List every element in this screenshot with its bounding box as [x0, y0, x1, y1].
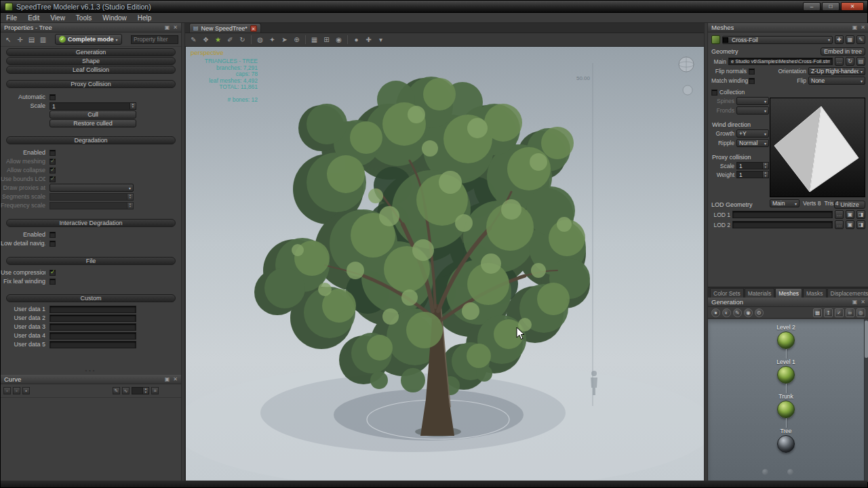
mesh-options-button[interactable]: ▤: [856, 57, 865, 66]
section-interactive-degradation[interactable]: Interactive Degradation: [6, 219, 176, 227]
focus-node-icon[interactable]: ◉: [744, 308, 753, 317]
mesh-scale-spinbox[interactable]: 1: [736, 162, 769, 169]
lod1-copy-button[interactable]: ▣: [846, 210, 854, 219]
brush-icon[interactable]: ✎: [189, 35, 199, 45]
curve-point-icon[interactable]: ▫: [3, 387, 11, 394]
section-proxy-collision[interactable]: Proxy Collision: [6, 80, 176, 88]
3d-viewport[interactable]: 50.00: [185, 47, 704, 482]
transform-tool-icon[interactable]: ✛: [15, 35, 25, 45]
minimize-button[interactable]: –: [803, 2, 821, 11]
flip-dropdown[interactable]: None: [808, 77, 865, 85]
close-button[interactable]: ✕: [841, 2, 864, 11]
tab-color-sets[interactable]: Color Sets: [710, 288, 744, 298]
orientation-dropdown[interactable]: Z-Up Right-handed: [808, 67, 865, 75]
rename-mesh-button[interactable]: ✎: [856, 35, 865, 44]
half-sphere-icon[interactable]: ◐: [722, 308, 731, 317]
dropdown-caret-icon[interactable]: ▾: [376, 35, 386, 45]
user-data-1-input[interactable]: [50, 306, 136, 313]
list-tool-icon[interactable]: ▥: [38, 35, 48, 45]
add-mesh-button[interactable]: ✚: [835, 35, 844, 44]
export-up-icon[interactable]: ↥: [824, 308, 833, 317]
section-file[interactable]: File: [6, 257, 176, 265]
lod2-copy-button[interactable]: ▣: [846, 220, 854, 229]
section-custom[interactable]: Custom: [6, 294, 176, 302]
interactive-enabled-checkbox[interactable]: [50, 232, 56, 238]
generator-star-icon[interactable]: ★: [213, 35, 223, 45]
curve-collapse-icon[interactable]: ▣: [165, 375, 170, 384]
ripple-dropdown[interactable]: Normal: [736, 139, 769, 147]
fan-icon[interactable]: ✦: [267, 35, 277, 45]
document-tab[interactable]: ▤ New SpeedTree* ✕: [189, 23, 261, 33]
curve-edit-icon[interactable]: ✎: [113, 387, 120, 394]
edit-node-icon[interactable]: ✎: [733, 308, 742, 317]
tab-materials[interactable]: Materials: [745, 288, 774, 298]
shaded-sphere-icon[interactable]: ●: [351, 35, 361, 45]
mesh-preview[interactable]: [770, 98, 865, 197]
select-tool-icon[interactable]: ↖: [3, 35, 14, 45]
generation-node-graph[interactable]: Level 2 Level 1 Trunk Tree: [708, 319, 868, 482]
growth-dropdown[interactable]: +Y: [736, 129, 769, 138]
mesh-library-button[interactable]: ▦: [846, 35, 854, 44]
tab-masks[interactable]: Masks: [803, 288, 827, 298]
lod1-clear-button[interactable]: ◨: [856, 210, 865, 219]
user-data-5-input[interactable]: [50, 341, 136, 348]
tiles-icon[interactable]: ⊞: [321, 35, 332, 45]
tab-displacements[interactable]: Displacements: [827, 288, 868, 298]
menu-tools[interactable]: Tools: [71, 13, 97, 22]
menu-window[interactable]: Window: [97, 13, 132, 22]
browse-button[interactable]: …: [835, 57, 844, 66]
grid-view-icon[interactable]: ▦: [813, 308, 822, 317]
meshes-close-icon[interactable]: ✕: [861, 23, 865, 33]
menu-help[interactable]: Help: [132, 13, 157, 22]
link-icon[interactable]: ∞: [846, 308, 854, 317]
mesh-weight-spinbox[interactable]: 1: [736, 171, 769, 178]
node-edit-icon[interactable]: ❖: [201, 35, 211, 45]
low-detail-checkbox[interactable]: [50, 241, 56, 247]
use-compression-checkbox[interactable]: [50, 270, 56, 276]
curve-close-icon[interactable]: ✕: [173, 375, 178, 384]
spin-arrows-icon[interactable]: [130, 103, 136, 109]
collection-checkbox[interactable]: [711, 89, 717, 96]
section-degradation[interactable]: Degradation: [6, 136, 176, 144]
section-leaf-collision[interactable]: Leaf Collision: [6, 66, 176, 74]
lod2-browse-button[interactable]: …: [835, 220, 844, 229]
panel-collapse-icon[interactable]: ▣: [165, 23, 170, 33]
reload-mesh-button[interactable]: ↻: [846, 57, 854, 66]
cull-button[interactable]: Cull: [50, 110, 136, 119]
menu-file[interactable]: File: [1, 13, 22, 22]
property-filter-input[interactable]: [131, 35, 178, 44]
match-winding-checkbox[interactable]: [749, 78, 755, 84]
mesh-select-dropdown[interactable]: Cross-Foil: [722, 36, 833, 44]
user-data-3-input[interactable]: [50, 323, 136, 331]
validate-icon[interactable]: ✓: [835, 308, 844, 317]
flip-normals-checkbox[interactable]: [749, 68, 755, 75]
preview-view-dropdown[interactable]: Main: [770, 199, 800, 207]
generation-collapse-icon[interactable]: ▣: [852, 298, 858, 307]
section-generation[interactable]: Generation: [6, 48, 176, 56]
curve-value-spinbox[interactable]: [132, 387, 149, 394]
lod2-clear-button[interactable]: ◨: [856, 220, 865, 229]
meshes-collapse-icon[interactable]: ▣: [852, 23, 858, 33]
scrollbar-thumb[interactable]: [865, 321, 868, 358]
main-path-input[interactable]: [728, 58, 833, 65]
fix-leaf-winding-checkbox[interactable]: [50, 279, 56, 285]
generation-close-icon[interactable]: ✕: [861, 298, 865, 307]
lod1-input[interactable]: [732, 211, 833, 218]
target-icon[interactable]: ⊕: [292, 35, 302, 45]
select-node-icon[interactable]: ⊙: [755, 308, 764, 317]
curve-smooth-icon[interactable]: ▪: [22, 387, 30, 394]
node-mode-icon[interactable]: ●: [711, 308, 720, 317]
axis-gizmo[interactable]: [679, 57, 694, 95]
maximize-button[interactable]: □: [822, 2, 840, 11]
restore-culled-button[interactable]: Restore culled: [50, 119, 136, 127]
globe-icon[interactable]: ◍: [255, 35, 265, 45]
lod1-browse-button[interactable]: …: [835, 210, 844, 219]
user-data-4-input[interactable]: [50, 332, 136, 340]
camera-mode-label[interactable]: perspective: [191, 49, 224, 56]
scale-spinbox[interactable]: 1: [50, 102, 136, 110]
node-graph-scrollbar[interactable]: [864, 319, 868, 482]
panel-close-icon[interactable]: ✕: [173, 23, 178, 33]
add-icon[interactable]: ✚: [363, 35, 374, 45]
node-sphere-tree[interactable]: [777, 435, 795, 453]
tab-meshes[interactable]: Meshes: [775, 288, 802, 298]
